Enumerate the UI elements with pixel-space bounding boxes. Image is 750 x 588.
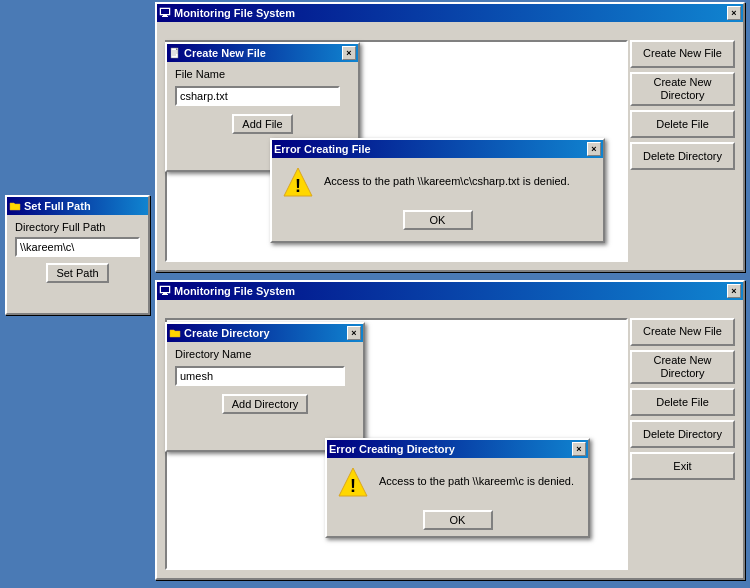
dir-name-label: Directory Name: [175, 348, 355, 360]
create-file-close[interactable]: ×: [342, 46, 356, 60]
main-window-bottom-titlebar: Monitoring File System ×: [157, 282, 743, 300]
svg-rect-7: [162, 294, 168, 295]
error-file-ok-btn[interactable]: OK: [403, 210, 473, 230]
create-dir-content: Directory Name Add Directory: [167, 342, 363, 420]
create-dir-title: Create Directory: [184, 327, 270, 339]
error-dir-dialog: Error Creating Directory × ! Access to t…: [325, 438, 590, 538]
svg-rect-6: [163, 293, 167, 294]
svg-rect-3: [162, 16, 168, 17]
delete-dir-btn-bottom[interactable]: Delete Directory: [630, 420, 735, 448]
svg-text:!: !: [295, 176, 301, 196]
set-path-content: Directory Full Path Set Path: [7, 215, 148, 289]
monitor-icon-2: [159, 285, 171, 297]
create-dir-close[interactable]: ×: [347, 326, 361, 340]
error-file-body: ! Access to the path \\kareem\c\csharp.t…: [272, 158, 603, 206]
main-window-bottom-title: Monitoring File System: [174, 285, 295, 297]
folder-icon: [9, 200, 21, 212]
delete-file-btn-top[interactable]: Delete File: [630, 110, 735, 138]
warning-icon-file: !: [282, 166, 314, 198]
create-file-title: Create New File: [184, 47, 266, 59]
create-new-file-btn-bottom[interactable]: Create New File: [630, 318, 735, 346]
svg-rect-5: [161, 287, 169, 292]
set-path-title: Set Full Path: [24, 200, 91, 212]
svg-rect-2: [163, 15, 167, 16]
error-dir-message: Access to the path \\kareem\c is denied.: [379, 474, 574, 489]
exit-btn-bottom[interactable]: Exit: [630, 452, 735, 480]
error-dir-title: Error Creating Directory: [329, 443, 455, 455]
error-dir-ok-btn[interactable]: OK: [423, 510, 493, 530]
create-dir-titlebar: Create Directory ×: [167, 324, 363, 342]
main-window-top-close[interactable]: ×: [727, 6, 741, 20]
create-file-content: File Name Add File: [167, 62, 358, 140]
error-file-titlebar: Error Creating File ×: [272, 140, 603, 158]
file-name-input[interactable]: [175, 86, 340, 106]
create-file-titlebar: Create New File ×: [167, 44, 358, 62]
file-name-label: File Name: [175, 68, 350, 80]
right-panel-bottom: Create New File Create New Directory Del…: [630, 318, 735, 480]
error-dir-buttons: OK: [327, 506, 588, 538]
add-file-btn[interactable]: Add File: [232, 114, 292, 134]
delete-dir-btn-top[interactable]: Delete Directory: [630, 142, 735, 170]
error-file-buttons: OK: [272, 206, 603, 238]
main-window-top-title: Monitoring File System: [174, 7, 295, 19]
error-file-message: Access to the path \\kareem\c\csharp.txt…: [324, 174, 570, 189]
dir-path-input[interactable]: [15, 237, 140, 257]
right-panel-top: Create New File Create New Directory Del…: [630, 40, 735, 170]
error-file-title: Error Creating File: [274, 143, 371, 155]
create-new-dir-btn-top[interactable]: Create New Directory: [630, 72, 735, 106]
add-dir-btn[interactable]: Add Directory: [222, 394, 309, 414]
delete-file-btn-bottom[interactable]: Delete File: [630, 388, 735, 416]
main-window-top-titlebar: Monitoring File System ×: [157, 4, 743, 22]
svg-rect-1: [161, 9, 169, 14]
error-file-close[interactable]: ×: [587, 142, 601, 156]
set-path-btn[interactable]: Set Path: [46, 263, 108, 283]
error-dir-body: ! Access to the path \\kareem\c is denie…: [327, 458, 588, 506]
create-new-dir-btn-bottom[interactable]: Create New Directory: [630, 350, 735, 384]
error-dir-titlebar: Error Creating Directory ×: [327, 440, 588, 458]
dir-full-path-label: Directory Full Path: [15, 221, 140, 233]
error-file-dialog: Error Creating File × ! Access to the pa…: [270, 138, 605, 243]
file-icon: [169, 47, 181, 59]
error-dir-close[interactable]: ×: [572, 442, 586, 456]
main-window-bottom-close[interactable]: ×: [727, 284, 741, 298]
monitor-icon: [159, 7, 171, 19]
set-path-window: Set Full Path Directory Full Path Set Pa…: [5, 195, 150, 315]
warning-icon-dir: !: [337, 466, 369, 498]
svg-text:!: !: [350, 476, 356, 496]
create-dir-dialog: Create Directory × Directory Name Add Di…: [165, 322, 365, 452]
set-path-titlebar: Set Full Path: [7, 197, 148, 215]
folder-icon-2: [169, 327, 181, 339]
dir-name-input[interactable]: [175, 366, 345, 386]
create-new-file-btn-top[interactable]: Create New File: [630, 40, 735, 68]
